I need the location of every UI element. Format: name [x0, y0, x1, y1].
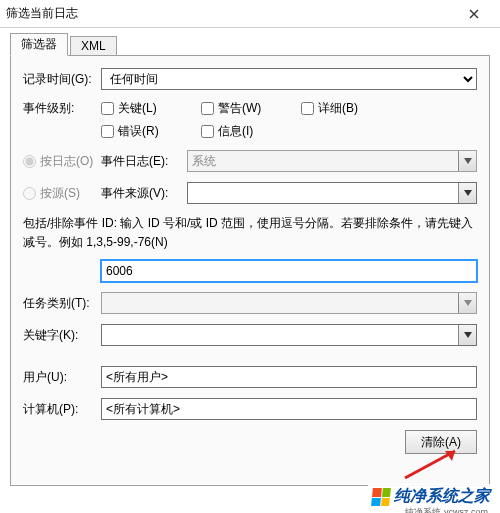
title-bar: 筛选当前日志: [0, 0, 500, 28]
close-button[interactable]: [454, 4, 494, 24]
row-task-category: 任务类别(T):: [23, 292, 477, 314]
task-category-dropdown: [101, 292, 477, 314]
check-error[interactable]: 错误(R): [101, 123, 181, 140]
check-warning-label: 警告(W): [218, 100, 261, 117]
row-by-log: 按日志(O) 事件日志(E): 系统: [23, 150, 477, 172]
event-logs-dropdown: 系统: [187, 150, 477, 172]
event-id-input[interactable]: [101, 260, 477, 282]
watermark: 纯净系统之家 纯净系统 ycwsz.com: [368, 484, 494, 509]
radio-by-log: 按日志(O): [23, 153, 101, 170]
logged-label: 记录时间(G):: [23, 71, 101, 88]
row-event-level: 事件级别: 关键(L) 警告(W) 详细(B): [23, 100, 477, 140]
chevron-down-icon: [458, 325, 476, 345]
content-area: 筛选器 XML 记录时间(G): 任何时间 事件级别: 关键(L): [0, 28, 500, 486]
event-id-hint: 包括/排除事件 ID: 输入 ID 号和/或 ID 范围，使用逗号分隔。若要排除…: [23, 214, 477, 252]
check-information[interactable]: 信息(I): [201, 123, 281, 140]
tab-strip: 筛选器 XML: [10, 34, 490, 56]
check-critical-box[interactable]: [101, 102, 114, 115]
event-sources-dropdown[interactable]: [187, 182, 477, 204]
radio-by-log-label: 按日志(O): [40, 153, 93, 170]
close-icon: [469, 9, 479, 19]
event-sources-label: 事件来源(V):: [101, 185, 179, 202]
check-information-label: 信息(I): [218, 123, 253, 140]
check-verbose-label: 详细(B): [318, 100, 358, 117]
keywords-label: 关键字(K):: [23, 327, 101, 344]
chevron-down-icon: [458, 151, 476, 171]
watermark-text: 纯净系统之家: [394, 486, 490, 507]
row-logged: 记录时间(G): 任何时间: [23, 68, 477, 90]
radio-by-log-input: [23, 155, 36, 168]
check-critical-label: 关键(L): [118, 100, 157, 117]
chevron-down-icon: [458, 293, 476, 313]
tab-xml[interactable]: XML: [70, 36, 117, 55]
check-critical[interactable]: 关键(L): [101, 100, 181, 117]
computer-input[interactable]: [101, 398, 477, 420]
level-checks: 关键(L) 警告(W) 详细(B) 错误(R): [101, 100, 477, 140]
keywords-dropdown[interactable]: [101, 324, 477, 346]
clear-button[interactable]: 清除(A): [405, 430, 477, 454]
radio-by-source: 按源(S): [23, 185, 101, 202]
user-input[interactable]: [101, 366, 477, 388]
radio-by-source-label: 按源(S): [40, 185, 80, 202]
event-level-label: 事件级别:: [23, 100, 101, 117]
check-warning[interactable]: 警告(W): [201, 100, 281, 117]
check-error-label: 错误(R): [118, 123, 159, 140]
check-error-box[interactable]: [101, 125, 114, 138]
user-label: 用户(U):: [23, 369, 101, 386]
task-category-label: 任务类别(T):: [23, 295, 101, 312]
button-row: 清除(A): [23, 430, 477, 454]
check-verbose[interactable]: 详细(B): [301, 100, 381, 117]
window-title: 筛选当前日志: [6, 5, 78, 22]
chevron-down-icon: [458, 183, 476, 203]
row-keywords: 关键字(K):: [23, 324, 477, 346]
windows-logo-icon: [371, 488, 391, 506]
row-event-id: [23, 260, 477, 282]
row-computer: 计算机(P):: [23, 398, 477, 420]
computer-label: 计算机(P):: [23, 401, 101, 418]
row-user: 用户(U):: [23, 366, 477, 388]
tab-filter[interactable]: 筛选器: [10, 33, 68, 56]
logged-dropdown[interactable]: 任何时间: [101, 68, 477, 90]
watermark-sub: 纯净系统 ycwsz.com: [405, 506, 488, 513]
check-information-box[interactable]: [201, 125, 214, 138]
filter-panel: 记录时间(G): 任何时间 事件级别: 关键(L) 警告(W): [10, 56, 490, 486]
row-by-source: 按源(S) 事件来源(V):: [23, 182, 477, 204]
event-logs-label: 事件日志(E):: [101, 153, 179, 170]
radio-by-source-input: [23, 187, 36, 200]
event-logs-value: 系统: [192, 153, 216, 170]
check-warning-box[interactable]: [201, 102, 214, 115]
check-verbose-box[interactable]: [301, 102, 314, 115]
